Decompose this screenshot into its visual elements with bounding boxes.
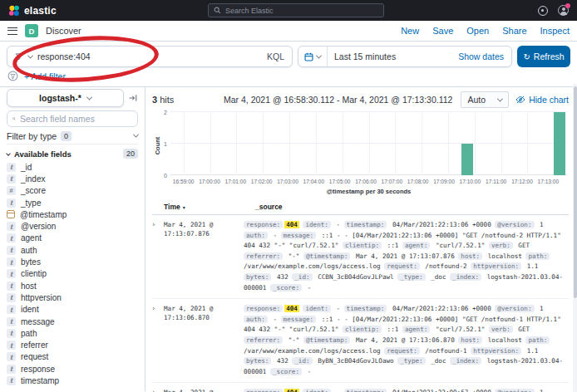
query-input[interactable] xyxy=(37,51,262,61)
logo-text: elastic xyxy=(24,5,57,17)
filter-by-type[interactable]: Filter by type 0 xyxy=(7,131,138,145)
field-item[interactable]: thost xyxy=(7,280,138,292)
field-item[interactable]: t_type xyxy=(7,197,138,208)
field-item[interactable]: @timestamp xyxy=(7,208,138,220)
field-badge: bytes: xyxy=(244,273,271,281)
x-tick-label: 17:02:00 xyxy=(251,179,273,184)
x-axis-label: @timestamp per 30 seconds xyxy=(170,188,567,195)
date-type-icon xyxy=(7,210,15,218)
field-badge: timestamp: xyxy=(344,221,387,228)
field-item[interactable]: t@version xyxy=(7,220,138,232)
elastic-logo-icon xyxy=(8,5,20,17)
string-type-icon: t xyxy=(7,257,16,267)
query-language-button[interactable]: KQL xyxy=(267,51,284,61)
field-badge: @version: xyxy=(495,389,534,392)
index-pattern-selector[interactable]: logstash-* xyxy=(7,89,124,107)
field-item[interactable]: tpath xyxy=(7,327,138,339)
gridline-vertical xyxy=(263,112,264,175)
help-icon[interactable] xyxy=(538,6,548,16)
available-fields-label: Available fields xyxy=(14,149,72,159)
field-item[interactable]: trequest xyxy=(7,351,138,363)
expand-row-icon[interactable]: › xyxy=(152,304,164,377)
hide-chart-button[interactable]: Hide chart xyxy=(515,95,569,105)
string-type-icon: t xyxy=(7,352,16,361)
fields-sidebar: logstash-* Filter by type 0 Available fi… xyxy=(0,87,145,391)
action-new[interactable]: New xyxy=(401,26,419,36)
collapse-sidebar-icon[interactable] xyxy=(128,93,138,103)
global-search-input[interactable] xyxy=(225,7,378,15)
field-item[interactable]: tresponse xyxy=(7,363,138,375)
field-badge: path: xyxy=(525,252,550,260)
field-item[interactable]: tident xyxy=(7,304,138,316)
field-badge: message: xyxy=(281,232,317,239)
y-tick-label: 1 xyxy=(159,141,167,147)
field-item[interactable]: thttpversion xyxy=(7,292,138,303)
field-item[interactable]: t_id xyxy=(7,161,138,173)
field-badge: @timestamp: xyxy=(303,336,350,344)
action-inspect[interactable]: Inspect xyxy=(540,26,570,36)
action-save[interactable]: Save xyxy=(432,26,453,36)
field-badge: response: xyxy=(244,305,283,312)
chevron-down-icon xyxy=(133,132,139,138)
user-avatar[interactable] xyxy=(558,5,569,16)
refresh-button[interactable]: ↻ Refresh xyxy=(517,46,570,67)
interval-select[interactable]: Auto xyxy=(461,91,509,108)
page-scrollbar[interactable] xyxy=(573,84,577,392)
gridline-vertical xyxy=(475,112,476,175)
show-dates-button[interactable]: Show dates xyxy=(458,51,511,61)
action-share[interactable]: Share xyxy=(502,26,526,36)
field-item[interactable]: tmessage xyxy=(7,316,138,327)
x-tick-label: 17:12:00 xyxy=(511,179,533,184)
scrollbar-thumb[interactable] xyxy=(574,86,577,298)
field-name: httpversion xyxy=(21,293,62,302)
field-item[interactable]: tclientip xyxy=(7,268,138,280)
hits-bar: 3 hits Mar 4, 2021 @ 16:58:30.112 - Mar … xyxy=(152,91,569,109)
field-item[interactable]: t_index xyxy=(7,173,138,184)
field-badge: ident: xyxy=(303,389,330,392)
string-type-icon: t xyxy=(7,293,16,302)
field-search-box[interactable] xyxy=(7,110,138,127)
query-input-box[interactable]: KQL xyxy=(7,46,293,67)
y-tick-label: 2 xyxy=(159,110,167,115)
field-search-input[interactable] xyxy=(20,114,132,124)
sort-descending-icon[interactable]: ▾ xyxy=(183,204,185,210)
row-source: response:404 ident: - timestamp: 04/Mar/… xyxy=(244,304,569,377)
action-open[interactable]: Open xyxy=(466,26,489,36)
table-row: ›Mar 4, 2021 @ 17:13:07.876response:404 … xyxy=(152,215,569,299)
field-item[interactable]: #_score xyxy=(7,185,138,197)
time-range-value[interactable]: Last 15 minutes xyxy=(328,51,458,61)
filter-icon xyxy=(15,52,23,61)
saved-queries-icon[interactable] xyxy=(7,71,18,81)
x-tick-label: 17:05:00 xyxy=(329,179,351,184)
calendar-menu-button[interactable] xyxy=(298,47,328,66)
time-column-header[interactable]: Time ▾ xyxy=(164,203,255,211)
global-search-box[interactable] xyxy=(208,3,384,17)
add-filter-button[interactable]: + Add filter xyxy=(24,71,66,81)
field-badge: verb: xyxy=(489,242,513,249)
field-item[interactable]: ttimestamp xyxy=(7,375,138,386)
string-type-icon: t xyxy=(7,282,16,291)
field-item[interactable]: treferrer xyxy=(7,339,138,350)
gridline-vertical xyxy=(316,112,317,175)
histogram-bar[interactable] xyxy=(461,144,473,175)
gridline-vertical xyxy=(448,112,449,175)
expand-row-icon[interactable]: › xyxy=(152,220,164,293)
field-item[interactable]: tagent xyxy=(7,233,138,244)
field-name: message xyxy=(21,317,55,326)
x-tick-label: 17:10:00 xyxy=(459,179,481,184)
field-badge: host: xyxy=(458,336,482,344)
field-name: _score xyxy=(21,186,46,195)
refresh-label: Refresh xyxy=(534,51,565,61)
documents-table: Time ▾ _source ›Mar 4, 2021 @ 17:13:07.8… xyxy=(152,200,569,392)
chevron-down-icon[interactable] xyxy=(27,52,33,58)
highlighted-value: 404 xyxy=(284,389,299,392)
elastic-logo[interactable]: elastic xyxy=(8,5,57,17)
x-tick-label: 16:59:00 xyxy=(173,179,195,184)
menu-icon[interactable] xyxy=(7,27,17,35)
gridline-vertical xyxy=(210,112,211,175)
expand-row-icon[interactable]: › xyxy=(152,388,164,392)
field-item[interactable]: tauth xyxy=(7,244,138,256)
histogram-bar[interactable] xyxy=(554,112,565,175)
field-item[interactable]: tbytes xyxy=(7,256,138,267)
available-fields-header[interactable]: Available fields 20 xyxy=(7,149,138,159)
